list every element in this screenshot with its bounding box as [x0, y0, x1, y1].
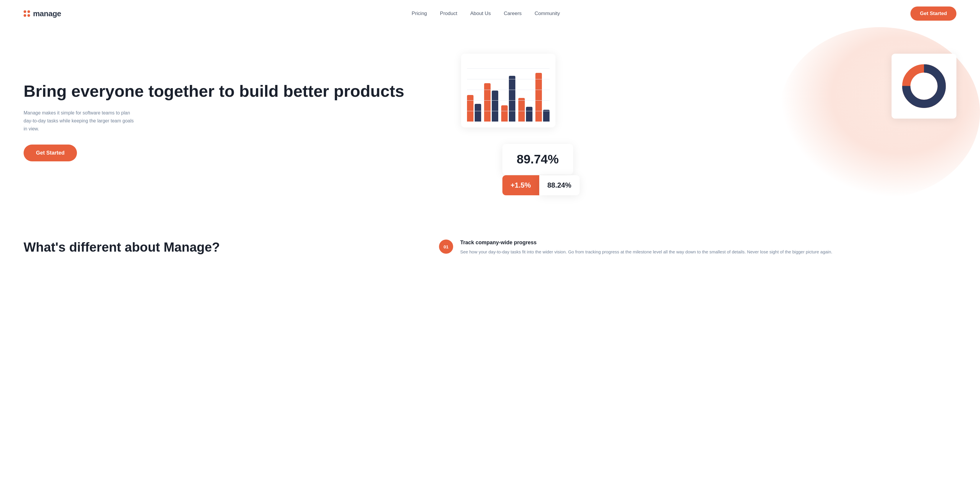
bar-group-3: [501, 76, 515, 121]
bar-group-2: [484, 83, 498, 121]
big-stat-value: 89.74%: [509, 152, 566, 166]
small-stats-row: +1.5% 88.24%: [503, 175, 580, 195]
bar-group-4: [518, 98, 533, 121]
nav-about-us[interactable]: About Us: [470, 11, 491, 16]
stat-orange: +1.5%: [503, 175, 539, 195]
feature-item-1: 01 Track company-wide progress See how y…: [439, 240, 956, 256]
nav-product[interactable]: Product: [440, 11, 457, 16]
hero-illustration: 89.74% +1.5% 88.24%: [444, 45, 956, 198]
big-stat-card: 89.74%: [503, 144, 573, 175]
feature-heading-1: Track company-wide progress: [460, 240, 832, 246]
svg-point-2: [911, 73, 937, 99]
donut-chart-card: [892, 54, 956, 118]
hero-left: Bring everyone together to build better …: [24, 82, 444, 162]
bar-navy-1: [475, 104, 481, 121]
nav-pricing[interactable]: Pricing: [412, 11, 427, 16]
stat-white: 88.24%: [539, 175, 580, 195]
features-left: What's different about Manage?: [24, 240, 415, 262]
donut-chart: [900, 62, 948, 110]
header-get-started-button[interactable]: Get Started: [910, 6, 956, 21]
bar-orange-5: [535, 73, 542, 121]
bar-group-5: [535, 73, 550, 121]
bar-chart: [467, 69, 550, 121]
logo-text: manage: [33, 9, 61, 18]
bar-group-1: [467, 95, 481, 121]
main-nav: Pricing Product About Us Careers Communi…: [412, 11, 560, 16]
feature-number-1: 01: [439, 240, 453, 254]
nav-community[interactable]: Community: [535, 11, 560, 16]
bar-orange-4: [518, 98, 525, 121]
hero-title: Bring everyone together to build better …: [24, 82, 444, 101]
features-section: What's different about Manage? 01 Track …: [0, 222, 980, 273]
logo-icon: [24, 10, 30, 17]
bar-orange-1: [467, 95, 474, 121]
hero-get-started-button[interactable]: Get Started: [24, 145, 77, 161]
bar-chart-card: [461, 54, 555, 128]
features-title: What's different about Manage?: [24, 240, 415, 255]
bar-orange-3: [501, 105, 508, 121]
feature-content-1: Track company-wide progress See how your…: [460, 240, 832, 256]
nav-careers[interactable]: Careers: [504, 11, 522, 16]
bar-navy-3: [509, 76, 515, 121]
logo[interactable]: manage: [24, 9, 61, 18]
feature-desc-1: See how your day-to-day tasks fit into t…: [460, 248, 832, 256]
bar-orange-2: [484, 83, 491, 121]
features-right: 01 Track company-wide progress See how y…: [439, 240, 956, 262]
header: manage Pricing Product About Us Careers …: [0, 0, 980, 27]
bar-navy-4: [526, 107, 533, 121]
hero-section: Bring everyone together to build better …: [0, 27, 980, 222]
bar-navy-5: [543, 110, 550, 121]
hero-subtitle: Manage makes it simple for software team…: [24, 109, 135, 133]
bar-navy-2: [492, 91, 498, 121]
